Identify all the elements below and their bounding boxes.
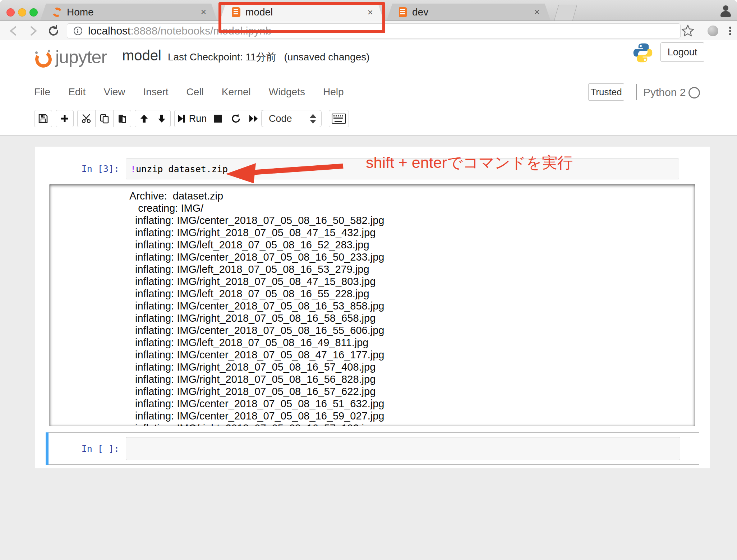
- interrupt-kernel-button[interactable]: [209, 110, 227, 127]
- unzip-output: Archive: dataset.zip creating: IMG/ infl…: [50, 184, 695, 426]
- output-line: inflating: IMG/center_2018_07_05_08_16_5…: [129, 251, 695, 263]
- cut-cell-button[interactable]: [77, 110, 95, 127]
- output-line: inflating: IMG/right_2018_07_05_08_16_57…: [129, 422, 695, 426]
- empty-cell-input[interactable]: [126, 437, 680, 460]
- toolbar-clipboard-group: [77, 110, 131, 127]
- code-bang: !: [130, 164, 136, 174]
- select-arrows-icon: [310, 114, 316, 124]
- tab-home[interactable]: Home ×: [40, 4, 217, 20]
- trusted-button[interactable]: Trusted: [588, 83, 624, 101]
- url-host: localhost: [88, 25, 130, 37]
- cell-output-scroll-area[interactable]: Archive: dataset.zip creating: IMG/ infl…: [49, 184, 695, 426]
- restart-run-all-button[interactable]: [245, 110, 263, 127]
- toolbar-move-group: [135, 110, 171, 127]
- extension-icon[interactable]: [708, 26, 718, 36]
- output-line: inflating: IMG/left_2018_07_05_08_16_53_…: [129, 263, 695, 275]
- output-line: Archive: dataset.zip: [129, 190, 695, 202]
- tab-dev-label: dev: [412, 6, 428, 18]
- output-line: inflating: IMG/center_2018_07_05_08_16_5…: [129, 324, 695, 336]
- menu-file[interactable]: File: [34, 86, 50, 98]
- menu-bar: File Edit View Insert Cell Kernel Widget…: [34, 86, 344, 98]
- tab-dev[interactable]: dev ×: [387, 4, 551, 20]
- toolbar-add-group: [56, 110, 74, 127]
- menu-view[interactable]: View: [103, 86, 125, 98]
- window-close-button[interactable]: [6, 8, 15, 17]
- jupyter-ring-icon: [51, 6, 63, 18]
- trusted-label: Trusted: [590, 87, 622, 98]
- annotation-red-box: [218, 2, 385, 33]
- add-cell-button[interactable]: [56, 110, 74, 127]
- output-line: inflating: IMG/right_2018_07_05_08_47_15…: [129, 226, 695, 239]
- browser-window: Home × model × dev ×: [0, 0, 737, 560]
- output-line: inflating: IMG/left_2018_07_05_08_16_55_…: [129, 288, 695, 300]
- new-tab-button[interactable]: [554, 5, 577, 21]
- output-line: inflating: IMG/right_2018_07_05_08_16_58…: [129, 312, 695, 324]
- checkpoint-status: Last Checkpoint: 11分前: [168, 50, 276, 64]
- toolbar-run-group: Run: [174, 110, 263, 127]
- output-line: inflating: IMG/center_2018_07_05_08_16_5…: [129, 410, 695, 422]
- menu-cell[interactable]: Cell: [186, 86, 204, 98]
- paste-cell-button[interactable]: [113, 110, 131, 127]
- output-line: inflating: IMG/center_2018_07_05_08_47_1…: [129, 349, 695, 361]
- notebook-title[interactable]: model: [122, 47, 161, 64]
- output-line: inflating: IMG/center_2018_07_05_08_16_5…: [129, 300, 695, 312]
- output-line: inflating: IMG/right_2018_07_05_08_16_57…: [129, 385, 695, 398]
- menu-widgets[interactable]: Widgets: [269, 86, 305, 98]
- toolbar-save-group: [34, 110, 52, 127]
- notebook-icon: [399, 7, 407, 17]
- code-text: unzip dataset.zip: [136, 164, 228, 174]
- output-line: inflating: IMG/left_2018_07_05_08_16_52_…: [129, 239, 695, 251]
- command-palette-button[interactable]: [329, 110, 349, 127]
- copy-cell-button[interactable]: [95, 110, 113, 127]
- back-icon[interactable]: [6, 24, 21, 38]
- menu-help[interactable]: Help: [323, 86, 344, 98]
- menu-kernel[interactable]: Kernel: [222, 86, 251, 98]
- move-cell-up-button[interactable]: [135, 110, 153, 127]
- logout-button[interactable]: Logout: [660, 42, 704, 62]
- restart-kernel-button[interactable]: [227, 110, 245, 127]
- chrome-menu-icon[interactable]: [729, 27, 731, 29]
- logout-label: Logout: [668, 47, 697, 58]
- python-logo-icon: [632, 42, 653, 63]
- cell-type-select[interactable]: Code: [261, 110, 322, 127]
- kernel-divider: [636, 84, 637, 100]
- profile-avatar-icon[interactable]: [719, 4, 733, 18]
- output-line: inflating: IMG/right_2018_07_05_08_16_57…: [129, 361, 695, 373]
- kernel-idle-indicator-icon: [688, 87, 700, 98]
- window-zoom-button[interactable]: [29, 8, 38, 17]
- output-line: inflating: IMG/left_2018_07_05_08_16_49_…: [129, 336, 695, 349]
- close-icon[interactable]: ×: [201, 6, 206, 18]
- cell-type-value: Code: [269, 113, 292, 124]
- jupyter-header: jupyter model Last Checkpoint: 11分前 (uns…: [0, 40, 737, 136]
- menu-insert[interactable]: Insert: [143, 86, 169, 98]
- jupyter-logo[interactable]: jupyter: [35, 48, 107, 66]
- save-button[interactable]: [34, 110, 52, 127]
- output-line: inflating: IMG/right_2018_07_05_08_47_15…: [129, 275, 695, 288]
- output-line: creating: IMG/: [129, 202, 695, 214]
- output-line: inflating: IMG/right_2018_07_05_08_16_56…: [129, 373, 695, 385]
- unsaved-changes-status: (unsaved changes): [284, 51, 369, 63]
- menu-edit[interactable]: Edit: [68, 86, 86, 98]
- output-line: inflating: IMG/center_2018_07_05_08_16_5…: [129, 398, 695, 410]
- annotation-text: shift + enterでコマンドを実行: [366, 152, 573, 173]
- info-icon[interactable]: [74, 27, 82, 35]
- bookmark-star-icon[interactable]: [681, 24, 695, 37]
- input-prompt: In [ ]:: [47, 444, 119, 454]
- close-icon[interactable]: ×: [534, 6, 540, 18]
- run-cell-button[interactable]: Run: [174, 110, 209, 127]
- keyboard-icon: [332, 114, 346, 124]
- input-prompt: In [3]:: [47, 164, 119, 174]
- jupyter-logo-icon: [33, 49, 54, 69]
- output-line: inflating: IMG/center_2018_07_05_08_16_5…: [129, 214, 695, 226]
- tab-home-label: Home: [67, 6, 94, 18]
- kernel-name: Python 2: [643, 86, 686, 98]
- reload-icon[interactable]: [47, 24, 61, 38]
- window-minimize-button[interactable]: [18, 8, 26, 17]
- run-label: Run: [189, 113, 207, 124]
- forward-icon[interactable]: [26, 24, 40, 38]
- jupyter-logo-text: jupyter: [55, 48, 107, 66]
- toolbar-palette-group: [329, 110, 349, 127]
- move-cell-down-button[interactable]: [153, 110, 171, 127]
